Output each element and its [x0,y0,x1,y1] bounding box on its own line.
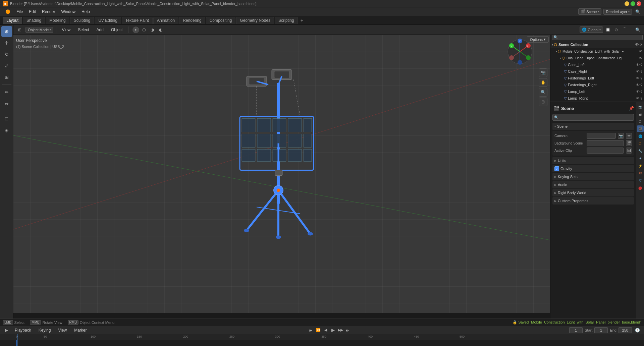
viewport-shading-material[interactable]: ◑ [149,26,156,34]
viewport-shading-solid[interactable]: ● [132,26,139,33]
navigation-gizmo[interactable]: X Y Z [506,38,533,65]
prop-icon-data[interactable]: ▽ [637,177,644,184]
end-frame-input[interactable]: 250 [619,327,632,333]
current-frame-input[interactable]: 1 [569,327,583,333]
tab-geometry-nodes[interactable]: Geometry Nodes [236,17,274,24]
gravity-checkbox[interactable]: ✓ [554,166,559,171]
start-frame-input[interactable]: 1 [594,327,608,333]
close-button[interactable]: ✕ [637,1,641,6]
tab-animation[interactable]: Animation [153,17,178,24]
prop-icon-scene[interactable]: 🎬 [637,125,644,132]
timeline-sync-button[interactable]: 🕐 [634,327,641,334]
viewport-shading-wire[interactable]: ⬡ [140,26,148,34]
maximize-button[interactable]: □ [631,1,635,6]
active-clip-pick[interactable]: 🎞 [626,148,632,154]
tree-item-scene-collection[interactable]: ▾ ⬡ Scene Collection 👁 ☞ [550,41,644,48]
snap-button[interactable]: 🔲 [604,26,611,34]
menu-window[interactable]: Window [58,9,78,15]
timeline-playback[interactable]: Playback [12,327,34,333]
timeline-keying[interactable]: Keying [36,327,54,333]
prop-pin-button[interactable]: 📌 [629,106,634,111]
prop-icon-world[interactable]: 🌐 [637,133,644,139]
object-mode-dropdown[interactable]: Object Mode ▾ [25,27,53,33]
add-workspace-button[interactable]: + [299,17,305,24]
play-button[interactable]: ▶ [330,327,336,334]
tab-modeling[interactable]: Modeling [46,17,69,24]
render-preview-button[interactable]: ⊞ [539,98,547,106]
header-add[interactable]: Add [94,27,106,33]
prop-icon-render[interactable]: 📷 [637,103,644,110]
tree-item-case-right[interactable]: ▽ Case_Right 👁 ⚲ [550,68,644,75]
tool-annotate[interactable]: ✏ [1,87,12,98]
prop-icon-material[interactable]: ⬤ [637,184,644,191]
menu-render[interactable]: Render [39,9,58,15]
tab-rendering[interactable]: Rendering [179,17,205,24]
audio-section-header[interactable]: ▶ Audio [552,181,634,188]
keying-sets-section-header[interactable]: ▶ Keying Sets [552,173,634,180]
prop-icon-particles[interactable]: ✦ [637,155,644,162]
menu-blender[interactable]: 🟠 [3,9,13,15]
tab-compositing[interactable]: Compositing [206,17,236,24]
prop-icon-constraints[interactable]: ⛓ [637,170,644,176]
prop-icon-view-layer[interactable]: ⬡ [637,118,644,125]
tree-item-lamp-left[interactable]: ▽ Lamp_Left 👁 ⚲ [550,88,644,95]
gravity-section-header[interactable]: ✓ Gravity [552,165,634,172]
viewport-type-icon[interactable]: ⊞ [16,26,23,34]
viewport-shading-render[interactable]: ◐ [157,26,164,34]
background-scene-field[interactable] [587,140,624,146]
rigid-body-world-header[interactable]: ▶ Rigid Body World [552,189,634,196]
zoom-button[interactable]: 🔍 [539,88,547,97]
tool-rotate[interactable]: ↻ [1,49,12,60]
jump-to-start-button[interactable]: ⏮ [308,327,314,334]
search-button[interactable]: 🔍 [634,8,641,15]
tree-item-fastenings-right[interactable]: ▽ Fastenings_Right 👁 ⚲ [550,81,644,88]
camera-field[interactable] [587,133,616,139]
custom-properties-header[interactable]: ▶ Custom Properties [552,197,634,205]
tool-add-mesh[interactable]: ◈ [1,125,12,135]
prop-icon-object[interactable]: ⬡ [637,140,644,147]
proportional-falloff-button[interactable]: ⌒ [621,26,628,34]
active-clip-field[interactable] [587,148,624,154]
hand-tool-button[interactable]: ✋ [539,78,547,87]
tab-sculpting[interactable]: Sculpting [70,17,94,24]
fast-forward-button[interactable]: ▶▶ [337,327,344,334]
prop-icon-modifiers[interactable]: 🔧 [637,148,644,154]
tab-layout[interactable]: Layout [3,17,22,24]
tree-item-case-left[interactable]: ▽ Case_Left 👁 ⚲ [550,61,644,68]
properties-search-input[interactable] [552,114,634,121]
timeline-type-icon[interactable]: ▶ [3,327,10,334]
tree-item-main-collection[interactable]: ▾ ⬡ Mobile_Construction_Light_with_Solar… [550,48,644,55]
reverse-play-button[interactable]: ◀ [322,327,329,334]
units-section-header[interactable]: ▶ Units [552,157,634,164]
camera-edit-button[interactable]: ✏ [626,133,632,139]
tab-scripting[interactable]: Scripting [275,17,298,24]
timeline-track[interactable] [0,340,644,346]
camera-pick-button[interactable]: 📷 [618,133,624,139]
menu-file[interactable]: File [14,9,25,15]
viewport-search[interactable]: 🔍 [634,26,641,34]
scene-selector[interactable]: 🎬 Scene ▾ [578,8,601,15]
viewport-3d[interactable]: User Perspective (1) Scene Collection | … [13,35,550,313]
tab-texture-paint[interactable]: Texture Paint [122,17,153,24]
header-object[interactable]: Object [108,27,125,33]
prop-icon-output[interactable]: 🖨 [637,111,644,117]
tool-move[interactable]: ✛ [1,38,12,48]
tool-scale[interactable]: ⤢ [1,60,12,71]
timeline-marker[interactable]: Marker [71,327,89,333]
jump-back-button[interactable]: ⏪ [315,327,322,334]
header-select[interactable]: Select [75,27,92,33]
background-scene-pick[interactable]: 🎬 [626,140,632,146]
timeline-view[interactable]: View [55,327,69,333]
proportional-edit-button[interactable]: ⊙ [612,26,620,34]
outliner-search-input[interactable] [552,34,643,40]
jump-to-end-button[interactable]: ⏭ [344,327,351,334]
tool-cursor[interactable]: ⊕ [1,26,12,37]
camera-view-button[interactable]: 📷 [539,68,547,77]
tool-transform[interactable]: ⊞ [1,72,12,82]
prop-header-icon[interactable]: 🎬 [552,105,560,112]
tool-measure[interactable]: ⇔ [1,98,12,109]
tree-item-fastenings-left[interactable]: ▽ Fastenings_Left 👁 ⚲ [550,75,644,81]
minimize-button[interactable]: ─ [625,1,629,6]
tree-item-lamp-right[interactable]: ▽ Lamp_Right 👁 ⚲ [550,95,644,102]
tab-shading[interactable]: Shading [23,17,45,24]
